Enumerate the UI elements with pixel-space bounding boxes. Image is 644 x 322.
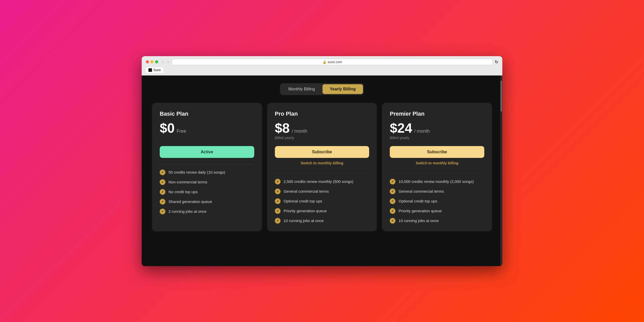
pro-feature-3-text: Priority generation queue bbox=[284, 209, 327, 213]
premier-feature-4-text: 10 running jobs at once bbox=[399, 218, 439, 223]
reload-icon[interactable]: ↻ bbox=[495, 60, 498, 64]
pro-plan-price: $8 bbox=[275, 121, 290, 135]
url-text: suno.com bbox=[328, 60, 342, 64]
tab-title: Suno bbox=[154, 68, 161, 72]
scrollbar-thumb[interactable] bbox=[501, 81, 502, 112]
pro-plan-subscribe-button[interactable]: Subscribe bbox=[275, 146, 369, 158]
check-icon: ✓ bbox=[160, 179, 165, 185]
check-icon: ✓ bbox=[275, 189, 281, 194]
check-icon: ✓ bbox=[275, 218, 281, 224]
premier-switch-billing-button[interactable]: Switch to monthly billing bbox=[390, 160, 484, 169]
yearly-billing-option[interactable]: Yearly Billing bbox=[323, 84, 363, 94]
browser-toolbar-icons: ↻ bbox=[495, 60, 498, 64]
main-content: Monthly Billing Yearly Billing Basic Pla… bbox=[142, 75, 502, 266]
billing-switch: Monthly Billing Yearly Billing bbox=[280, 83, 364, 95]
basic-feature-3-text: Shared generation queue bbox=[168, 199, 212, 204]
premier-feature-3-text: Priority generation queue bbox=[399, 209, 442, 213]
scrollbar-track[interactable] bbox=[500, 75, 502, 266]
traffic-lights bbox=[146, 60, 158, 63]
premier-feature-2: ✓ Optional credit top ups bbox=[390, 198, 484, 204]
basic-plan-billing-note bbox=[160, 136, 254, 141]
pro-feature-0-text: 2,500 credits renew monthly (500 songs) bbox=[284, 179, 353, 184]
check-icon: ✓ bbox=[390, 189, 395, 194]
premier-plan-card: Premier Plan $24 / month Billed yearly S… bbox=[382, 103, 492, 231]
pro-feature-4-text: 10 running jobs at once bbox=[284, 218, 324, 223]
premier-features-list: ✓ 10,000 credits renew monthly (2,000 so… bbox=[390, 179, 484, 224]
monthly-billing-option[interactable]: Monthly Billing bbox=[281, 84, 322, 94]
premier-plan-price: $24 bbox=[390, 121, 412, 135]
pro-feature-1-text: General commercial terms bbox=[284, 189, 329, 193]
maximize-button[interactable] bbox=[155, 60, 158, 63]
check-icon: ✓ bbox=[390, 179, 395, 184]
address-bar[interactable]: 🔒 suno.com bbox=[172, 59, 493, 65]
pro-feature-2: ✓ Optional credit top ups bbox=[275, 198, 369, 204]
basic-plan-price: $0 bbox=[160, 121, 175, 135]
check-icon: ✓ bbox=[275, 179, 281, 184]
pro-features-list: ✓ 2,500 credits renew monthly (500 songs… bbox=[275, 179, 369, 224]
basic-plan-card: Basic Plan $0 Free Active ✓ 50 credits r… bbox=[152, 103, 262, 231]
basic-plan-divider bbox=[160, 164, 254, 164]
check-icon: ✓ bbox=[275, 208, 281, 214]
tab-bar: Suno bbox=[146, 67, 498, 73]
check-icon: ✓ bbox=[390, 208, 395, 214]
premier-feature-0-text: 10,000 credits renew monthly (2,000 song… bbox=[399, 179, 474, 184]
basic-feature-0: ✓ 50 credits renew daily (10 songs) bbox=[160, 170, 254, 175]
active-tab[interactable]: Suno bbox=[146, 67, 163, 73]
lock-icon: 🔒 bbox=[323, 60, 327, 64]
basic-feature-1: ✓ Non-commercial terms bbox=[160, 179, 254, 185]
premier-plan-price-label: / month bbox=[414, 129, 430, 134]
pro-plan-billing-note: Billed yearly bbox=[275, 136, 369, 141]
basic-plan-cta: Active bbox=[160, 146, 254, 158]
pro-plan-price-label: / month bbox=[292, 129, 307, 134]
basic-feature-4: ✓ 2 running jobs at once bbox=[160, 209, 254, 214]
premier-feature-1: ✓ General commercial terms bbox=[390, 189, 484, 194]
check-icon: ✓ bbox=[390, 218, 395, 224]
forward-button[interactable]: › bbox=[167, 59, 170, 64]
check-icon: ✓ bbox=[160, 209, 165, 214]
check-icon: ✓ bbox=[160, 170, 165, 175]
pro-plan-name: Pro Plan bbox=[275, 111, 369, 117]
pro-feature-3: ✓ Priority generation queue bbox=[275, 208, 369, 214]
minimize-button[interactable] bbox=[150, 60, 154, 63]
pro-switch-billing-button[interactable]: Switch to monthly billing bbox=[275, 160, 369, 169]
pro-plan-price-row: $8 / month bbox=[275, 121, 369, 135]
premier-feature-1-text: General commercial terms bbox=[399, 189, 444, 193]
basic-plan-price-label: Free bbox=[177, 129, 186, 134]
billing-toggle: Monthly Billing Yearly Billing bbox=[152, 83, 492, 95]
check-icon: ✓ bbox=[160, 199, 165, 205]
premier-plan-price-row: $24 / month bbox=[390, 121, 484, 135]
premier-feature-3: ✓ Priority generation queue bbox=[390, 208, 484, 214]
pro-plan-divider bbox=[275, 173, 369, 174]
basic-feature-0-text: 50 credits renew daily (10 songs) bbox=[168, 170, 225, 174]
pro-feature-0: ✓ 2,500 credits renew monthly (500 songs… bbox=[275, 179, 369, 184]
basic-feature-2-text: No credit top ups bbox=[168, 190, 198, 194]
pro-feature-1: ✓ General commercial terms bbox=[275, 189, 369, 194]
basic-plan-name: Basic Plan bbox=[160, 111, 254, 117]
check-icon: ✓ bbox=[275, 198, 281, 204]
premier-plan-name: Premier Plan bbox=[390, 111, 484, 117]
premier-plan-divider bbox=[390, 173, 484, 174]
suno-favicon bbox=[148, 68, 152, 72]
pro-feature-2-text: Optional credit top ups bbox=[284, 199, 322, 203]
premier-feature-0: ✓ 10,000 credits renew monthly (2,000 so… bbox=[390, 179, 484, 184]
premier-plan-subscribe-button[interactable]: Subscribe bbox=[390, 146, 484, 158]
back-button[interactable]: ‹ bbox=[161, 59, 165, 64]
check-icon: ✓ bbox=[160, 189, 165, 195]
pro-plan-card: Pro Plan $8 / month Billed yearly Subscr… bbox=[267, 103, 377, 231]
premier-feature-4: ✓ 10 running jobs at once bbox=[390, 218, 484, 224]
basic-features-list: ✓ 50 credits renew daily (10 songs) ✓ No… bbox=[160, 170, 254, 214]
basic-feature-3: ✓ Shared generation queue bbox=[160, 199, 254, 205]
close-button[interactable] bbox=[146, 60, 149, 63]
pro-feature-4: ✓ 10 running jobs at once bbox=[275, 218, 369, 224]
basic-plan-price-row: $0 Free bbox=[160, 121, 254, 135]
basic-feature-1-text: Non-commercial terms bbox=[168, 180, 207, 184]
premier-plan-billing-note: Billed yearly bbox=[390, 136, 484, 141]
check-icon: ✓ bbox=[390, 198, 395, 204]
plans-grid: Basic Plan $0 Free Active ✓ 50 credits r… bbox=[152, 103, 492, 231]
browser-nav: ‹ › 🔒 suno.com ↻ bbox=[161, 59, 498, 65]
basic-feature-4-text: 2 running jobs at once bbox=[168, 209, 207, 214]
premier-feature-2-text: Optional credit top ups bbox=[399, 199, 437, 203]
basic-feature-2: ✓ No credit top ups bbox=[160, 189, 254, 195]
